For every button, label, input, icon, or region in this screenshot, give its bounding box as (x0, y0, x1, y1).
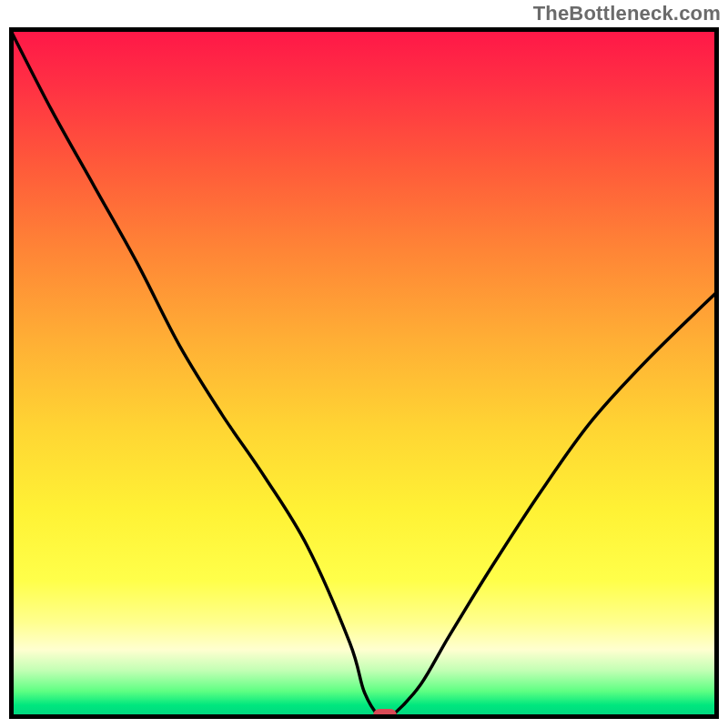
plot-frame (9, 27, 719, 719)
optimum-marker (373, 709, 397, 719)
chart-container: TheBottleneck.com (0, 0, 728, 728)
watermark-text: TheBottleneck.com (533, 2, 721, 25)
curve-line (9, 27, 719, 719)
